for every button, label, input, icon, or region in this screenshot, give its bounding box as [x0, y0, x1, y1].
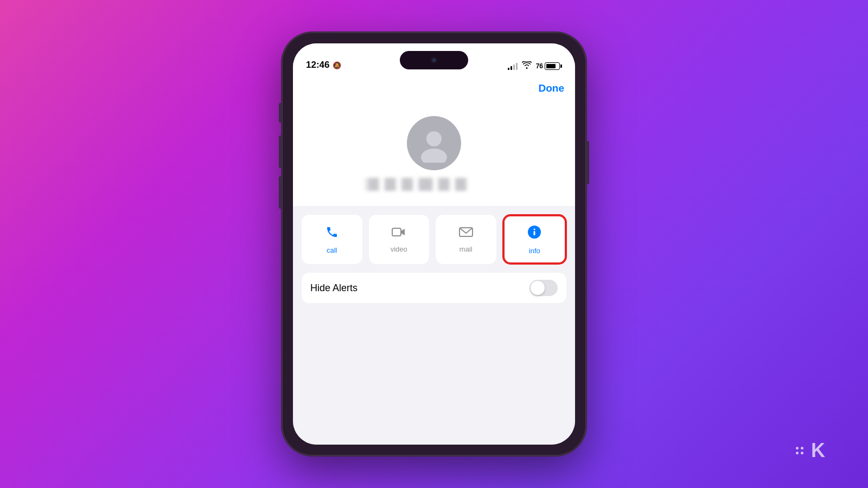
avatar-svg [414, 124, 454, 163]
status-right: 76 [508, 61, 562, 70]
time-display: 12:46 [306, 60, 329, 70]
status-time: 12:46 🔕 [306, 60, 341, 70]
info-icon [527, 225, 541, 242]
wifi-icon [522, 61, 532, 70]
toggle-knob [531, 281, 545, 295]
settings-section: Hide Alerts [293, 273, 575, 303]
info-button[interactable]: info [503, 215, 567, 264]
screen-content: Done [293, 76, 575, 445]
battery-percent: 76 [536, 62, 543, 70]
done-button[interactable]: Done [539, 82, 565, 94]
info-label: info [529, 247, 540, 255]
signal-bar-2 [510, 66, 512, 70]
signal-bar-1 [508, 68, 509, 70]
call-button[interactable]: call [302, 215, 362, 264]
mail-icon [459, 227, 473, 241]
top-bar: Done [293, 76, 575, 103]
volume-down-button [279, 176, 282, 209]
svg-rect-6 [534, 231, 535, 235]
battery-icon: 76 [536, 62, 562, 70]
call-icon [326, 226, 339, 242]
svg-point-5 [534, 229, 535, 230]
silent-switch [279, 103, 282, 123]
mute-icon: 🔕 [333, 61, 341, 69]
call-label: call [327, 246, 337, 254]
mail-label: mail [459, 245, 473, 253]
svg-point-0 [426, 131, 442, 146]
volume-up-button [279, 136, 282, 168]
watermark: K [796, 439, 825, 462]
contact-name [363, 178, 505, 191]
phone-screen: 12:46 🔕 [293, 43, 575, 445]
signal-bar-3 [513, 65, 515, 70]
camera-dot [431, 57, 437, 63]
video-label: video [391, 245, 407, 253]
hide-alerts-label: Hide Alerts [310, 282, 358, 294]
action-buttons-row: call video [293, 206, 575, 273]
hide-alerts-row: Hide Alerts [302, 273, 566, 303]
signal-bar-4 [516, 63, 518, 70]
profile-section [293, 103, 575, 206]
contact-avatar [407, 116, 461, 170]
watermark-letter: K [811, 439, 825, 462]
mail-button[interactable]: mail [436, 215, 496, 264]
svg-point-1 [421, 149, 447, 163]
dynamic-island [400, 51, 468, 69]
hide-alerts-toggle[interactable] [529, 280, 558, 296]
phone-frame: 12:46 🔕 [282, 33, 586, 455]
video-button[interactable]: video [369, 215, 430, 264]
power-button [586, 141, 589, 184]
svg-rect-2 [392, 228, 401, 236]
video-icon [392, 227, 406, 241]
signal-bars [508, 62, 518, 70]
